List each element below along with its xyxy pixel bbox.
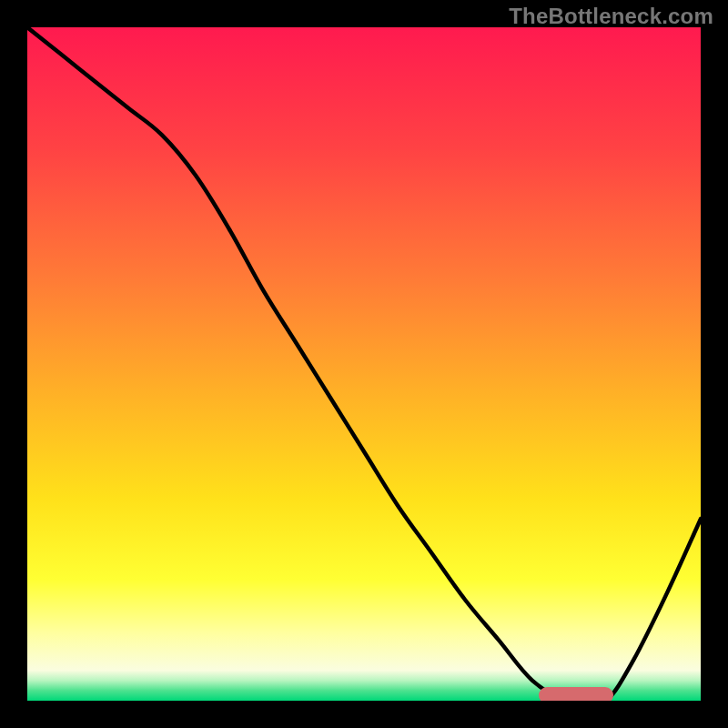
watermark-text: TheBottleneck.com [509,4,713,29]
chart-frame: TheBottleneck.com [0,0,728,728]
bottleneck-curve [27,27,701,701]
plot-area [27,27,701,701]
optimal-range-marker [539,687,612,701]
